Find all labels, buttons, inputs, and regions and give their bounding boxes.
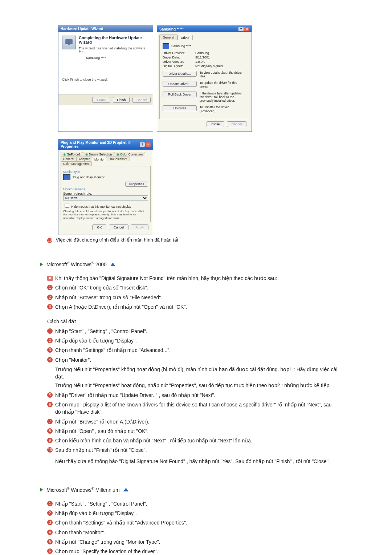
pnp-title: Plug and Play Monitor and 3D Prophet III… — [61, 141, 140, 149]
win2000-steps-c: Nhấp "Driver" rồi nhấp mục "Update Drive… — [47, 392, 338, 454]
driver-details-desc: To view details about the driver files. — [200, 71, 246, 78]
list-item: Chọn thanh "Settings" rồi nhấp mục "Adva… — [47, 347, 338, 354]
label-refresh-rate: Screen refresh rate: — [63, 192, 148, 195]
driver-body: General Driver Samsung **** Driver Provi… — [157, 32, 252, 131]
rollback-driver-button[interactable]: Roll Back Driver — [163, 92, 197, 97]
arrow-up-icon[interactable] — [110, 263, 115, 266]
win2000-block-a: ✕ Khi thấy thông báo "Digital Signature … — [47, 275, 338, 311]
svg-rect-1 — [68, 44, 70, 45]
uninstall-button[interactable]: Uninstall — [163, 105, 197, 111]
wizard-device-name: Samsung **** — [86, 56, 149, 60]
tab-adapter[interactable]: Adapter — [76, 157, 92, 161]
page: Hardware Update Wizard Completing the Ha… — [0, 0, 392, 555]
list-item: Nhấp nút "Browse" rồi chọn A:(D:\Driver)… — [47, 418, 338, 425]
help-icon[interactable]: ? — [238, 27, 244, 31]
pnp-ok-button[interactable]: OK — [92, 224, 106, 230]
driver-titlebar: Samsung ***** ? × — [157, 26, 252, 32]
hide-modes-note: Clearing this check box allows you to se… — [63, 210, 148, 220]
properties-button[interactable]: Properties — [125, 182, 148, 187]
tab-general[interactable]: General — [61, 157, 77, 161]
tab-color-correction[interactable]: ◉Color Correction — [114, 152, 145, 157]
value-version: 1.0.0.0 — [195, 60, 205, 64]
wizard-finish-note: Click Finish to close the wizard. — [62, 78, 149, 81]
wizard-finish-button[interactable]: Finish — [113, 97, 130, 103]
list-item: Nhấp đúp vào biểu tượng "Display". — [47, 510, 338, 517]
section-windows-2000: Microsoft® Windows® 2000 — [40, 261, 392, 267]
rollback-driver-desc: If the device fails after updating the d… — [200, 92, 246, 103]
tab-driver[interactable]: Driver — [177, 35, 193, 40]
winme-steps: Nhấp "Start" , "Setting" , "Control Pane… — [47, 500, 338, 555]
list-item: Nhấp nút "Open" , sau đó nhấp nút "OK". — [47, 428, 338, 435]
win2000-block-b: Cách cài đặt Nhấp "Start" , "Setting" , … — [47, 318, 338, 465]
win2000-steps-b: Nhấp "Start" , "Setting" , "Control Pane… — [47, 328, 338, 364]
label-version: Driver Version: — [163, 60, 195, 64]
hardware-update-wizard-window: Hardware Update Wizard Completing the Ha… — [58, 25, 153, 132]
wizard-heading: Completing the Hardware Update Wizard — [79, 36, 149, 44]
help-icon[interactable]: ? — [140, 142, 145, 147]
pnp-pane: Monitor type Plug and Play Monitor Prope… — [61, 166, 151, 223]
tab-general[interactable]: General — [159, 35, 177, 40]
pnp-cancel-button[interactable]: Cancel — [109, 224, 128, 230]
driver-pane: Samsung **** Driver Provider:Samsung Dri… — [159, 40, 249, 119]
section-windows-me: Microsoft® Windows® Millennium — [40, 487, 392, 493]
label-provider: Driver Provider: — [163, 51, 195, 55]
tab-color-management[interactable]: Color Management — [61, 161, 92, 166]
pnp-apply-button: Apply — [131, 224, 148, 230]
driver-close-button[interactable]: Close — [207, 121, 224, 127]
pnp-tabs-top: ◉GeForce2 ◉Device Selection ◉Color Corre… — [61, 152, 151, 157]
pnp-monitor-name: Plug and Play Monitor — [73, 175, 105, 179]
pnp-body: ◉GeForce2 ◉Device Selection ◉Color Corre… — [58, 150, 153, 235]
winme-block: Nhấp "Start" , "Setting" , "Control Pane… — [47, 500, 338, 555]
monitor-icon — [62, 36, 76, 49]
driver-button-bar: Close Cancel — [159, 119, 249, 129]
list-item: Chọn kiểu màn hình của bạn và nhấp nút "… — [47, 437, 338, 444]
screenshots-row: Hardware Update Wizard Completing the Ha… — [0, 25, 392, 132]
list-item: Chọn nút "OK" trong cửa sổ "Insert disk"… — [47, 284, 338, 291]
tab-geforce2[interactable]: ◉GeForce2 — [61, 152, 83, 157]
win2000-lead-text: Khi thấy thông báo "Digital Signature No… — [55, 275, 277, 282]
monitor-small-icon — [63, 174, 70, 180]
win2000-lead: ✕ Khi thấy thông báo "Digital Signature … — [47, 275, 338, 282]
arrow-right-icon — [40, 487, 43, 492]
close-icon[interactable]: × — [146, 142, 151, 147]
wizard-back-button: < Back — [92, 97, 110, 103]
alert-icon: ✕ — [47, 276, 53, 281]
uninstall-desc: To uninstall the driver (Advanced). — [200, 105, 246, 113]
list-item: Nhấp "Start" , "Setting" , "Control Pane… — [47, 328, 338, 335]
nvidia-icon: ◉ — [85, 153, 88, 156]
wizard-body: Completing the Hardware Update Wizard Th… — [58, 32, 153, 94]
list-item: Chọn mục "Display a list of the known dr… — [47, 401, 338, 416]
value-date: 9/11/2001 — [195, 56, 210, 59]
list-item: Nhấp "Driver" rồi nhấp mục "Update Drive… — [47, 392, 338, 399]
driver-cancel-button: Cancel — [227, 121, 246, 127]
driver-title: Samsung ***** — [159, 27, 184, 31]
win2000-steps-a: Chọn nút "OK" trong cửa sổ "Insert disk"… — [47, 284, 338, 311]
label-date: Driver Date: — [163, 56, 195, 59]
section-title: Microsoft® Windows® 2000 — [46, 261, 107, 267]
driver-tabs: General Driver — [159, 35, 249, 40]
wizard-titlebar: Hardware Update Wizard — [58, 26, 153, 32]
driver-properties-window: Samsung ***** ? × General Driver Samsung… — [157, 25, 252, 132]
close-icon[interactable]: × — [244, 27, 249, 31]
caption-finished: 10 Việc cài đặt chương trình điều khiển … — [47, 237, 392, 243]
list-item: Nhấp đúp vào biểu tượng "Display". — [47, 337, 338, 344]
svg-rect-0 — [66, 40, 72, 44]
section-title: Microsoft® Windows® Millennium — [46, 487, 120, 493]
tab-monitor[interactable]: Monitor — [92, 157, 107, 162]
tab-device-selection[interactable]: ◉Device Selection — [83, 152, 114, 157]
refresh-rate-select[interactable]: 60 Hertz — [63, 195, 148, 200]
nvidia-icon: ◉ — [117, 153, 119, 156]
hide-modes-checkbox[interactable] — [65, 203, 69, 208]
list-item: Sau đó nhấp nút "Finish" rồi nút "Close"… — [47, 446, 338, 454]
update-driver-button[interactable]: Update Driver... — [163, 81, 197, 87]
how-to-install-label: Cách cài đặt — [47, 318, 338, 325]
update-driver-desc: To update the driver for this device. — [200, 81, 246, 88]
case2-text: Trường Nếu nút "Properties" hoạt động, n… — [55, 382, 338, 389]
list-item: Nhấp nút "Browse" trong cửa sổ "File Nee… — [47, 294, 338, 301]
driver-details-button[interactable]: Driver Details... — [163, 71, 197, 77]
tab-troubleshoot[interactable]: Troubleshoot — [107, 157, 130, 161]
list-item: Chọn thanh "Settings" và nhấp nút "Advan… — [47, 519, 338, 526]
arrow-up-icon[interactable] — [123, 488, 128, 491]
hide-modes-label: Hide modes that this monitor cannot disp… — [71, 205, 131, 208]
window-buttons: ? × — [238, 27, 249, 31]
